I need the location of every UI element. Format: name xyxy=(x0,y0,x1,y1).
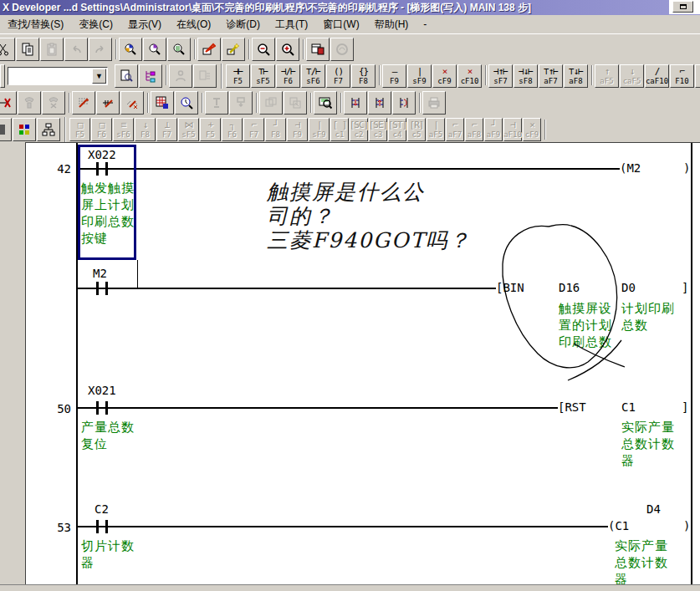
paste-icon[interactable] xyxy=(40,38,64,61)
remote-run-icon[interactable] xyxy=(18,91,41,115)
ladder-delete-icon[interactable] xyxy=(120,91,144,115)
color-grid-icon[interactable] xyxy=(13,118,36,141)
menu-tools[interactable]: 工具(T) xyxy=(268,15,315,33)
menu-help[interactable]: 帮助(H) xyxy=(367,15,416,33)
remote-stop-icon[interactable] xyxy=(42,91,65,115)
menu-convert[interactable]: 变换(C) xyxy=(71,15,120,33)
monitor-find-icon[interactable] xyxy=(314,91,337,115)
contact-x021[interactable] xyxy=(96,401,108,415)
stamp-icon[interactable] xyxy=(205,91,228,115)
ladder-symbol-c1-button[interactable]: [ ]c1 xyxy=(330,118,349,141)
ladder-symbol-cF10-button[interactable]: ×cF10 xyxy=(457,64,482,88)
clipped-button-fragment xyxy=(0,64,5,88)
ladder-symbol-aF9-button[interactable]: ┘aF9 xyxy=(484,118,503,141)
parameter-icon[interactable] xyxy=(169,64,192,88)
ladder-symbol-F6-button[interactable]: ⊣/⊢F6 xyxy=(276,64,300,88)
ladder-symbol-cF9-button[interactable]: ×cF9 xyxy=(432,64,457,88)
ladder-symbol-aF5-button[interactable]: ↑aF5 xyxy=(595,64,619,88)
ladder-symbol-F10-button[interactable]: ⌐F10 xyxy=(670,64,694,88)
device-comment-edit-icon[interactable] xyxy=(197,38,221,61)
ladder-symbol-F8-button[interactable]: ↓F8 xyxy=(135,118,156,141)
ladder-symbol-F5-button[interactable]: ⊣⊢F5 xyxy=(226,64,250,88)
menu-find-replace[interactable]: 查找/替换(S) xyxy=(0,15,71,33)
project-tree-icon[interactable] xyxy=(139,64,162,88)
ladder-symbol-c4-button[interactable]: [ST]c4 xyxy=(388,118,406,141)
ladder-symbol-sF5-button[interactable]: ⊤⊢sF5 xyxy=(251,64,275,88)
ladder-symbol-sF9-button[interactable]: |sF9 xyxy=(309,118,330,141)
ladder-symbol-sF9-button[interactable]: |sF9 xyxy=(407,64,432,88)
ladder-symbol-aF8-button[interactable]: ⊤↓⊢aF8 xyxy=(564,64,588,88)
tile-window-icon[interactable] xyxy=(306,38,330,61)
window-prev-icon[interactable] xyxy=(259,91,283,115)
ladder-symbol-c2-button[interactable]: [SC]c2 xyxy=(350,118,368,141)
ladder-symbol-caF5-button[interactable]: ↓caF5 xyxy=(620,64,644,88)
ladder-symbol-F7-button[interactable]: ()F7 xyxy=(326,64,350,88)
data-tree-icon[interactable] xyxy=(37,118,60,141)
menu-diagnostics[interactable]: 诊断(D) xyxy=(218,15,268,33)
ladder-symbol-aF7-button[interactable]: ⊤↑⊢aF7 xyxy=(539,64,563,88)
monitor-write-icon[interactable] xyxy=(392,91,416,115)
ladder-symbol-aF7-button[interactable]: ⌐aF7 xyxy=(446,118,464,141)
fill-box-icon[interactable] xyxy=(0,118,12,141)
ladder-symbol-aF5-button[interactable]: |aF5 xyxy=(427,118,445,141)
ladder-symbol-c3-button[interactable]: [SE]c3 xyxy=(369,118,387,141)
ladder-generate-icon[interactable] xyxy=(72,91,95,115)
window-next-icon[interactable] xyxy=(284,91,307,115)
ladder-symbol-cF9-button[interactable]: ×cF9 xyxy=(523,118,541,141)
coil-d4-label: D4 xyxy=(646,503,661,516)
device-test-icon[interactable] xyxy=(0,91,17,115)
statement-edit-icon[interactable] xyxy=(222,38,245,61)
program-find-icon[interactable] xyxy=(115,64,138,88)
ladder-symbol-F9-button[interactable]: ⊣F9 xyxy=(287,118,308,141)
chevron-down-icon[interactable]: ▼ xyxy=(92,69,106,84)
ladder-symbol-caF10-button[interactable]: /caF10 xyxy=(645,64,669,88)
ladder-symbol-F7-button[interactable]: ⌐F7 xyxy=(243,118,264,141)
ladder-symbol-F6-button[interactable]: □F6 xyxy=(91,118,112,141)
title-bar[interactable]: X Developer ...d Settings\Administrator\… xyxy=(0,0,700,15)
undo-icon[interactable] xyxy=(64,38,88,61)
ladder-edit-icon[interactable] xyxy=(96,91,120,115)
ladder-symbol-F8-button[interactable]: {}F8 xyxy=(351,64,376,88)
ladder-symbol-F5-button[interactable]: +F5 xyxy=(200,118,221,141)
ladder-symbol-F7-button[interactable]: ⊥F7 xyxy=(156,118,177,141)
contact-coil-usage-icon[interactable] xyxy=(151,91,174,115)
comment-display-icon[interactable] xyxy=(330,38,354,61)
step-number-42: 42 xyxy=(41,163,71,176)
find-device-icon[interactable] xyxy=(143,38,166,61)
ladder-symbol-sF8-button[interactable]: ⊣↓⊢sF8 xyxy=(514,64,538,88)
ladder-symbol-F5-button[interactable]: □F5 xyxy=(69,118,90,141)
menu-view[interactable]: 显示(V) xyxy=(120,15,169,33)
ladder-symbol-sF6-button[interactable]: ⊤/⊢sF6 xyxy=(301,64,325,88)
monitor-stop-icon[interactable] xyxy=(368,91,391,115)
ladder-symbol-aF9-button[interactable]: ⌐aF9 xyxy=(695,64,700,88)
device-search-combobox[interactable]: ▼ xyxy=(8,67,108,85)
redo-icon[interactable] xyxy=(89,38,112,61)
titlebar-corner xyxy=(669,0,700,14)
print-icon[interactable] xyxy=(422,91,446,115)
ladder-symbol-sF5-button[interactable]: ⋈sF5 xyxy=(178,118,199,141)
ladder-symbol-F8-button[interactable]: ┘F8 xyxy=(265,118,286,141)
ladder-edit-area[interactable]: 42 X022 触发触摸 屏上计划 印刷总数 按键 (M2 ) 触摸屏是什么公 … xyxy=(25,142,700,584)
contact-c2[interactable] xyxy=(96,520,108,533)
ladder-symbol-aF10-button[interactable]: ⊣aF10 xyxy=(503,118,522,141)
menu-online[interactable]: 在线(O) xyxy=(169,15,218,33)
copy-icon[interactable] xyxy=(16,38,39,61)
device-list-icon[interactable] xyxy=(193,64,217,88)
ladder-symbol-sF7-button[interactable]: ⊣↑⊢sF7 xyxy=(488,64,513,88)
cut-icon[interactable] xyxy=(0,38,15,61)
time-find-icon[interactable] xyxy=(175,91,198,115)
stamp-insert-icon[interactable] xyxy=(229,91,253,115)
monitor-start-icon[interactable] xyxy=(344,91,367,115)
ladder-symbol-F9-button[interactable]: —F9 xyxy=(382,64,406,88)
contact-m2[interactable] xyxy=(96,282,108,295)
find-instruction-icon[interactable] xyxy=(167,38,191,61)
ladder-symbol-F6-button[interactable]: ┐F6 xyxy=(222,118,243,141)
zoom-out-icon[interactable] xyxy=(252,38,275,61)
ladder-symbol-aF8-button[interactable]: ⌐aF8 xyxy=(465,118,483,141)
ladder-symbol-c5-button[interactable]: [R]c5 xyxy=(407,118,426,141)
ladder-symbol-sF6-button[interactable]: ≡sF6 xyxy=(113,118,134,141)
menu-window[interactable]: 窗口(W) xyxy=(315,15,366,33)
find-icon[interactable] xyxy=(119,38,142,61)
restore-window-button[interactable] xyxy=(672,1,693,13)
zoom-in-icon[interactable] xyxy=(276,38,299,61)
